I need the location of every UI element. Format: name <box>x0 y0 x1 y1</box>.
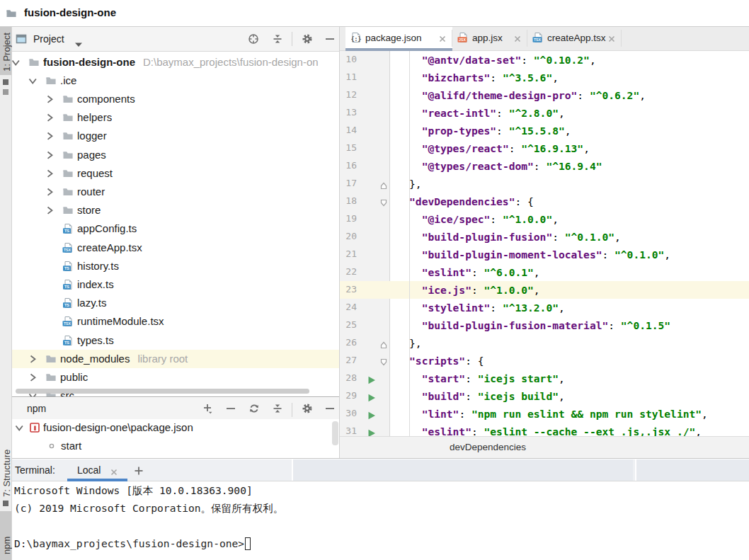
stripe-button-structure[interactable]: 7: Structure <box>1 450 12 497</box>
close-icon[interactable] <box>438 33 447 42</box>
code-line-15: 15 "@types/react": "^16.9.13", <box>340 139 749 157</box>
gear-icon[interactable] <box>302 33 313 45</box>
line-number: 29 <box>340 390 357 401</box>
remove-icon[interactable] <box>225 404 236 416</box>
fold-end-icon[interactable] <box>379 180 388 193</box>
tree-item-request[interactable]: request <box>12 164 339 183</box>
chevron-right-icon[interactable] <box>44 205 55 216</box>
add-icon[interactable] <box>202 403 213 414</box>
refresh-icon[interactable] <box>248 403 260 414</box>
chevron-down-icon[interactable] <box>13 422 25 433</box>
chevron-down-icon[interactable] <box>27 75 38 86</box>
collapse-all-icon[interactable] <box>272 35 283 47</box>
breadcrumb-bar: devDependencies <box>340 436 749 458</box>
fold-start-icon[interactable] <box>379 198 388 210</box>
line-number: 27 <box>340 355 357 365</box>
refresh-icon[interactable] <box>248 404 260 416</box>
chevron-right-icon[interactable] <box>44 186 55 198</box>
tree-item-history.ts[interactable]: TShistory.ts <box>12 257 339 275</box>
select-opened-file-icon[interactable] <box>248 35 259 47</box>
remove-icon[interactable] <box>225 403 236 414</box>
tree-item-node-modules[interactable]: node_moduleslibrary root <box>12 350 339 368</box>
svg-text:TSX: TSX <box>64 321 72 326</box>
fold-end-icon[interactable] <box>379 339 388 352</box>
new-terminal-icon[interactable] <box>134 466 144 476</box>
terminal-output[interactable]: Microsoft Windows [版本 10.0.18363.900](c)… <box>12 481 749 560</box>
run-script-icon[interactable] <box>367 428 376 436</box>
chevron-right-icon[interactable] <box>27 353 38 365</box>
run-script-icon[interactable] <box>367 410 376 423</box>
collapse-all-icon[interactable] <box>272 404 283 416</box>
npm-item-fusion-design-one-package.json[interactable]: fusion-design-one\package.json <box>12 419 339 437</box>
chevron-down-icon[interactable] <box>74 38 83 50</box>
add-icon[interactable] <box>202 404 213 416</box>
editor-tab-createapp.tsx[interactable]: TSXcreateApp.tsx <box>527 27 622 48</box>
close-icon[interactable] <box>513 33 522 42</box>
locate-icon[interactable] <box>248 33 259 45</box>
run-script-icon[interactable] <box>367 375 376 387</box>
new-terminal-icon[interactable] <box>134 466 144 478</box>
editor-tab-app.jsx[interactable]: JSXapp.jsx <box>452 27 527 48</box>
breadcrumb-item[interactable]: devDependencies <box>450 442 526 452</box>
tree-item-appconfig.ts[interactable]: TSappConfig.ts <box>12 219 339 238</box>
terminal-tab-local[interactable]: Local <box>77 464 101 476</box>
stripe-button-project[interactable]: 1: Project <box>1 33 12 72</box>
folder-icon <box>62 205 74 216</box>
code-text: "build-plugin-fusion-material": "^0.1.5" <box>391 318 670 333</box>
tool-stripe-icon[interactable] <box>3 89 8 95</box>
tree-item-createapp.tsx[interactable]: TSXcreateApp.tsx <box>12 239 339 257</box>
hide-panel-icon[interactable] <box>324 33 336 45</box>
tree-item-pages[interactable]: pages <box>12 146 339 164</box>
collapse-all-icon[interactable] <box>272 403 283 414</box>
chevron-down-icon[interactable] <box>12 57 21 68</box>
tree-item-fusion-design-one[interactable]: fusion-design-oneD:\baymax_projects\fusi… <box>12 53 339 72</box>
tree-item-components[interactable]: components <box>12 90 339 108</box>
folder-icon <box>62 149 74 161</box>
vertical-scrollbar[interactable] <box>332 421 338 445</box>
horizontal-scrollbar[interactable] <box>16 389 309 394</box>
chevron-right-icon[interactable] <box>44 168 55 179</box>
tool-stripe-icon[interactable] <box>3 501 8 506</box>
tree-item-runtimemodule.tsx[interactable]: TSXruntimeModule.tsx <box>12 312 339 331</box>
editor-tab-package.json[interactable]: {:}package.json <box>345 27 452 48</box>
chevron-right-icon[interactable] <box>44 149 55 161</box>
hide-panel-icon[interactable] <box>324 404 336 416</box>
gear-icon[interactable] <box>302 403 313 414</box>
close-icon[interactable] <box>607 33 616 42</box>
stripe-button-npm[interactable]: npm <box>1 537 12 554</box>
line-number: 20 <box>340 231 357 241</box>
chevron-right-icon[interactable] <box>44 93 55 105</box>
tree-item-logger[interactable]: logger <box>12 127 339 145</box>
tree-item-helpers[interactable]: helpers <box>12 108 339 127</box>
tab-label: package.json <box>365 33 422 43</box>
tree-item-router[interactable]: router <box>12 183 339 201</box>
hide-panel-icon[interactable] <box>324 403 336 414</box>
tree-item-index.ts[interactable]: TSindex.ts <box>12 275 339 294</box>
terminal-panel-title: Terminal: <box>15 464 55 476</box>
npm-item-label: fusion-design-one\package.json <box>43 421 193 433</box>
gear-icon[interactable] <box>302 404 313 416</box>
tree-item-store[interactable]: store <box>12 201 339 219</box>
tree-item-lazy.ts[interactable]: TSlazy.ts <box>12 294 339 312</box>
tree-item-.ice[interactable]: .ice <box>12 72 339 90</box>
chevron-right-icon[interactable] <box>44 112 55 123</box>
collapse-all-icon[interactable] <box>272 33 283 45</box>
window-title: fusion-design-one <box>24 6 116 18</box>
project-panel-title[interactable]: Project <box>33 33 64 45</box>
line-number: 19 <box>340 213 357 224</box>
npm-item-start[interactable]: start <box>12 438 339 455</box>
settings-icon[interactable] <box>302 35 313 47</box>
hide-panel-icon[interactable] <box>324 35 336 47</box>
close-icon[interactable] <box>110 467 118 474</box>
tool-stripe-icon[interactable] <box>3 79 8 85</box>
code-viewport[interactable]: 10 "@antv/data-set": "^0.10.2",11 "bizch… <box>340 51 749 436</box>
chevron-right-icon[interactable] <box>44 130 55 142</box>
tree-item-public[interactable]: public <box>12 368 339 387</box>
chevron-right-icon[interactable] <box>27 372 38 383</box>
tree-item-types.ts[interactable]: TStypes.ts <box>12 331 339 350</box>
fold-start-icon[interactable] <box>379 357 388 370</box>
tab-label: createApp.tsx <box>547 33 606 43</box>
close-terminal-tab-icon[interactable] <box>110 467 118 479</box>
project-view-dropdown-icon[interactable] <box>74 38 83 50</box>
run-script-icon[interactable] <box>367 392 376 405</box>
